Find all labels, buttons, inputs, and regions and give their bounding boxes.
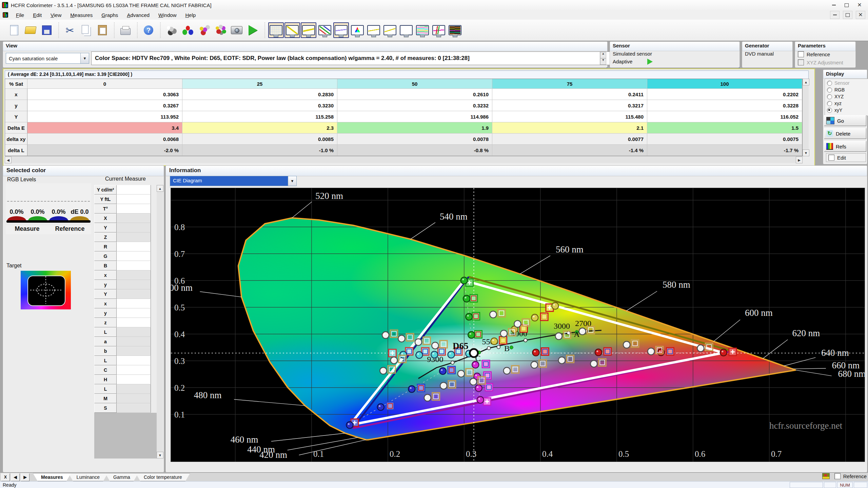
scroll-up-icon[interactable]: ▲ [157, 185, 163, 192]
cie-diagram: 93005500400030002700ABC520 nm540 nm560 n… [171, 188, 865, 462]
open-folder-icon-button[interactable] [23, 22, 38, 38]
measure-row-10: y [94, 280, 157, 289]
radio-icon[interactable] [827, 101, 832, 106]
radio-label: xyz [834, 101, 842, 106]
palette-icon[interactable] [822, 473, 830, 479]
next-tab-button[interactable]: ▶ [21, 473, 29, 481]
saturations-measure-icon [200, 27, 203, 30]
view-curves-button[interactable] [431, 22, 447, 38]
view-stripes-button[interactable] [415, 22, 430, 38]
saturations-measure-icon-button[interactable] [196, 22, 212, 38]
blackbody-marker [524, 339, 527, 342]
close-tab-button[interactable]: X [1, 473, 10, 481]
information-view-selector[interactable]: CIE Diagram ▼ [170, 176, 297, 186]
measure-row-value [117, 365, 151, 375]
close-button[interactable]: ✕ [853, 0, 866, 10]
table-horizontal-scrollbar[interactable]: ◀ ▶ [5, 157, 803, 163]
radio-icon[interactable] [827, 108, 832, 113]
x-tick-label: 0.2 [390, 449, 400, 459]
print-icon [120, 28, 131, 35]
view-cie-diagram-button[interactable] [350, 22, 365, 38]
view-blank-button[interactable] [398, 22, 414, 38]
menu-item-advanced[interactable]: Advanced [122, 11, 154, 19]
tab-measures[interactable]: Measures [33, 473, 71, 481]
delete-button[interactable]: Delete [824, 128, 866, 139]
save-icon-button[interactable] [39, 22, 55, 38]
tab-gamma[interactable]: Gamma [105, 473, 138, 481]
display-radio-xyz[interactable]: xyz [827, 100, 867, 107]
minimize-button[interactable] [827, 0, 840, 10]
table-cell: 0.0078 [337, 134, 492, 145]
view-luminance-curve-button[interactable] [301, 22, 316, 38]
view-rgb-levels-button[interactable] [317, 22, 333, 38]
sensor-play-icon[interactable] [647, 59, 653, 65]
copy-icon-button[interactable] [78, 22, 94, 38]
scroll-down-icon[interactable]: ▼ [803, 149, 809, 156]
view-dark-stripes-button[interactable] [447, 22, 463, 38]
display-radio-xyz[interactable]: XYZ [827, 93, 867, 100]
save-icon [42, 25, 52, 35]
scroll-right-icon[interactable]: ▶ [796, 157, 803, 163]
full-measures-icon-button[interactable] [213, 22, 228, 38]
info-spinner[interactable]: ▲▼ [600, 52, 606, 65]
bar-value-label: 0.0% [7, 208, 26, 216]
view-selector[interactable]: Cyan saturation scale ▼ [6, 53, 89, 64]
menu-item-graphs[interactable]: Graphs [97, 11, 122, 19]
parameter-reference[interactable]: Reference [798, 51, 843, 57]
saturation-measures-table[interactable]: % Sat0255075100x0.30630.28300.26100.2411… [5, 79, 803, 156]
refs-button[interactable]: Refs [824, 141, 866, 152]
mdi-minimize-button[interactable] [830, 11, 840, 19]
y-tick-label: 0.4 [174, 330, 185, 339]
primaries-measure-icon-button[interactable] [180, 22, 196, 38]
radio-icon[interactable] [827, 87, 832, 93]
reference-checkbox[interactable] [834, 473, 841, 479]
menu-item-view[interactable]: View [46, 11, 66, 19]
view-gamma2-button[interactable] [382, 22, 398, 38]
maximize-button[interactable] [840, 0, 853, 10]
scroll-down-icon[interactable]: ▼ [157, 452, 163, 459]
menu-item-help[interactable]: Help [181, 11, 200, 19]
display-radio-xyy[interactable]: xyY [827, 107, 867, 114]
edit-checkbox-row[interactable]: Edit [826, 153, 866, 162]
paste-icon-button[interactable] [95, 22, 110, 38]
view-selector-arrow[interactable]: ▼ [80, 53, 89, 63]
mdi-close-button[interactable]: ✕ [856, 11, 865, 19]
go-button[interactable]: Go [824, 115, 866, 126]
cut-icon-button[interactable] [62, 22, 78, 38]
checkbox[interactable] [798, 51, 804, 57]
cut-icon [65, 24, 74, 36]
current-measure-scrollbar[interactable]: ▲ ▼ [157, 185, 163, 459]
edit-checkbox[interactable] [828, 155, 834, 161]
menu-item-measures[interactable]: Measures [66, 11, 97, 19]
table-vertical-scrollbar[interactable]: ▲ ▼ [803, 79, 809, 156]
reference-checkbox-row[interactable]: Reference [834, 473, 867, 479]
display-radio-rgb[interactable]: RGB [827, 86, 867, 93]
new-document-icon-button[interactable] [6, 22, 22, 38]
menu-item-edit[interactable]: Edit [28, 11, 46, 19]
view-gamma-curve-button[interactable] [284, 22, 300, 38]
previous-tab-button[interactable]: ◀ [11, 473, 20, 481]
view-color-temperature-button[interactable] [333, 22, 349, 38]
help-icon-button[interactable] [141, 22, 156, 38]
parameters-panel-title: Parameters [795, 42, 855, 51]
radio-label: Sensor [834, 80, 849, 86]
view-luminance2-button[interactable] [366, 22, 381, 38]
scroll-up-icon[interactable]: ▲ [803, 79, 809, 85]
menu-item-file[interactable]: File [12, 11, 28, 19]
mdi-restore-button[interactable] [843, 11, 852, 19]
information-selector-arrow[interactable]: ▼ [288, 176, 296, 186]
print-icon-button[interactable] [118, 22, 133, 38]
snapshot-icon-button[interactable] [229, 22, 244, 38]
wavelength-label: 480 nm [194, 390, 222, 400]
view-measures-grid-button[interactable] [268, 22, 284, 38]
tab-luminance[interactable]: Luminance [68, 473, 108, 481]
grayscale-measure-icon-button[interactable] [164, 22, 179, 38]
y-tick-label: 0.5 [174, 303, 185, 312]
radio-icon[interactable] [827, 94, 832, 99]
tab-color-temperature[interactable]: Color temperature [136, 473, 190, 481]
scroll-left-icon[interactable]: ◀ [5, 157, 12, 163]
menu-item-window[interactable]: Window [154, 11, 181, 19]
run-measures-icon-button[interactable] [245, 22, 261, 38]
measure-row-9: x [94, 270, 157, 280]
wavelength-label: 640 nm [821, 348, 849, 358]
